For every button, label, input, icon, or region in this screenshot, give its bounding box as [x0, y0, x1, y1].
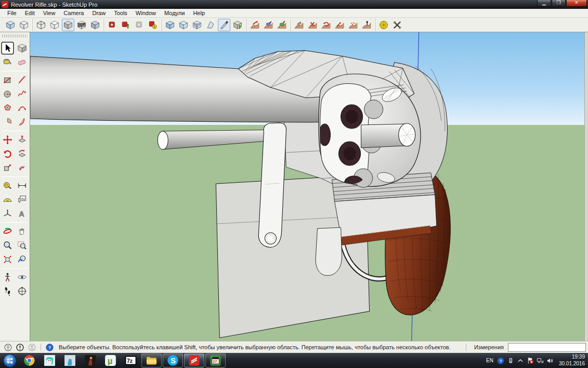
follow-me-tool[interactable]: [16, 147, 29, 160]
taskbar-skype[interactable]: S: [163, 353, 183, 367]
sign-in-icon[interactable]: [28, 343, 36, 352]
style-component-3-icon[interactable]: [133, 19, 146, 31]
terrain-points-icon[interactable]: [347, 19, 359, 31]
minimize-button[interactable]: ▁: [537, 0, 551, 7]
taskbar-explorer[interactable]: [141, 353, 162, 367]
3d-text-tool[interactable]: A: [16, 207, 29, 220]
knife-tool-icon[interactable]: [218, 19, 230, 31]
scale-tool[interactable]: [1, 161, 14, 174]
zoom-tool[interactable]: [1, 239, 14, 252]
solid-wedge-icon[interactable]: [204, 19, 217, 31]
navigation-compass-tool[interactable]: [16, 285, 29, 298]
clock[interactable]: 19:39 30.01.2016: [556, 354, 585, 367]
action-center-icon[interactable]: [526, 357, 534, 365]
geolocation-icon[interactable]: [4, 343, 12, 352]
show-hidden-icons-icon[interactable]: [516, 357, 525, 365]
taskbar-7zip[interactable]: 7z: [121, 353, 141, 368]
terrain-add-detail-icon[interactable]: [306, 19, 319, 31]
menu-модули[interactable]: Модули: [160, 9, 189, 17]
hidden-line-icon[interactable]: [48, 19, 61, 31]
axes-tool[interactable]: [1, 207, 14, 220]
credits-icon[interactable]: [16, 343, 24, 352]
menu-window[interactable]: Window: [132, 9, 160, 17]
arc-tool[interactable]: [16, 116, 29, 129]
taskbar-picture-2[interactable]: [60, 353, 80, 368]
freehand-tool[interactable]: [16, 87, 29, 100]
compass-tool-icon[interactable]: [377, 19, 390, 31]
push-pull-tool[interactable]: [16, 133, 29, 146]
tape-measure-tool[interactable]: [1, 179, 14, 192]
viewport-3d[interactable]: [30, 32, 584, 341]
taskbar-picture-miku[interactable]: [40, 353, 60, 368]
section-cuts-icon[interactable]: [191, 19, 203, 31]
solid-push-icon[interactable]: [231, 19, 244, 31]
terrain-drape-icon[interactable]: [293, 19, 305, 31]
eraser-tool[interactable]: [16, 56, 29, 69]
sandbox-stamp-icon[interactable]: [276, 19, 288, 31]
sandbox-from-scratch-icon[interactable]: [249, 19, 261, 31]
menu-draw[interactable]: Draw: [88, 9, 110, 17]
close-button[interactable]: ✕: [566, 0, 587, 7]
position-camera-tool[interactable]: [1, 271, 14, 284]
protractor-tool[interactable]: [1, 193, 14, 206]
walk-tool[interactable]: [1, 285, 14, 298]
menu-edit[interactable]: Edit: [21, 9, 39, 17]
terrain-flip-edge-icon[interactable]: [320, 19, 332, 31]
look-around-tool[interactable]: [16, 271, 29, 284]
section-display-icon[interactable]: [177, 19, 190, 31]
style-component-1-icon[interactable]: [106, 19, 119, 31]
zoom-previous-tool[interactable]: [16, 253, 29, 266]
menu-help[interactable]: Help: [189, 9, 209, 17]
rotate-tool[interactable]: [1, 147, 14, 160]
taskbar-utorrent[interactable]: µ: [100, 353, 121, 368]
measurements-input[interactable]: [508, 343, 586, 352]
dimension-tool[interactable]: [16, 179, 29, 192]
rectangle-tool[interactable]: [1, 73, 14, 86]
utilities-tools-icon[interactable]: [391, 19, 403, 31]
taskbar-chrome[interactable]: [19, 353, 40, 368]
two-point-arc-tool[interactable]: [16, 101, 29, 115]
restore-button[interactable]: ❐: [552, 0, 566, 7]
network-icon[interactable]: [536, 357, 544, 365]
terrain-probe-icon[interactable]: [360, 19, 373, 31]
zoom-extents-tool[interactable]: [1, 253, 14, 266]
line-tool[interactable]: [16, 73, 29, 86]
taskbar-klite-player[interactable]: 37: [205, 353, 226, 367]
model-scene[interactable]: [30, 32, 584, 341]
taskbar-sketchup[interactable]: [184, 353, 204, 367]
pan-tool[interactable]: [16, 225, 29, 238]
language-indicator[interactable]: EN: [485, 358, 495, 363]
taskbar-picture-3[interactable]: [80, 353, 100, 368]
back-edges-icon[interactable]: [18, 19, 30, 31]
text-tool[interactable]: A1: [16, 193, 29, 206]
style-component-4-icon[interactable]: [147, 19, 159, 31]
make-component-tool[interactable]: [16, 42, 29, 55]
move-tool[interactable]: [1, 133, 14, 146]
offset-tool[interactable]: [16, 161, 29, 174]
tray-help-icon[interactable]: ?: [496, 357, 505, 365]
style-component-2-icon[interactable]: [120, 19, 132, 31]
polygon-tool[interactable]: [1, 101, 14, 115]
paint-bucket-tool[interactable]: [1, 56, 14, 69]
menu-file[interactable]: File: [3, 9, 21, 17]
sandbox-smoove-icon[interactable]: [262, 19, 275, 31]
circle-tool[interactable]: [1, 87, 14, 100]
menu-tools[interactable]: Tools: [110, 9, 132, 17]
select-tool[interactable]: [1, 42, 14, 55]
tray-device-icon[interactable]: [506, 357, 515, 365]
taskbar-start[interactable]: [0, 353, 19, 368]
palette-drag-handle[interactable]: [2, 34, 28, 37]
pie-tool[interactable]: [1, 116, 14, 129]
wireframe-icon[interactable]: [35, 19, 47, 31]
xray-mode-icon[interactable]: [4, 19, 17, 31]
menu-camera[interactable]: Camera: [59, 9, 88, 17]
menu-view[interactable]: View: [39, 9, 60, 17]
monochrome-icon[interactable]: [89, 19, 101, 31]
shaded-icon[interactable]: [62, 19, 74, 31]
volume-icon[interactable]: [546, 357, 554, 365]
zoom-window-tool[interactable]: [16, 239, 29, 252]
shaded-with-textures-icon[interactable]: [75, 19, 88, 31]
orbit-tool[interactable]: [1, 225, 14, 238]
help-icon[interactable]: ?: [45, 343, 54, 352]
section-plane-icon[interactable]: [164, 19, 176, 31]
